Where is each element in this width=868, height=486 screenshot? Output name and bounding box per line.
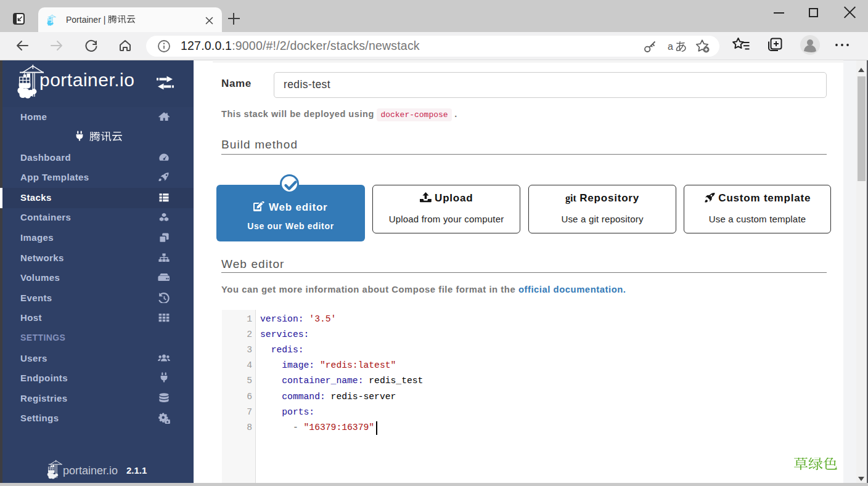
svg-text:a: a <box>668 41 673 52</box>
